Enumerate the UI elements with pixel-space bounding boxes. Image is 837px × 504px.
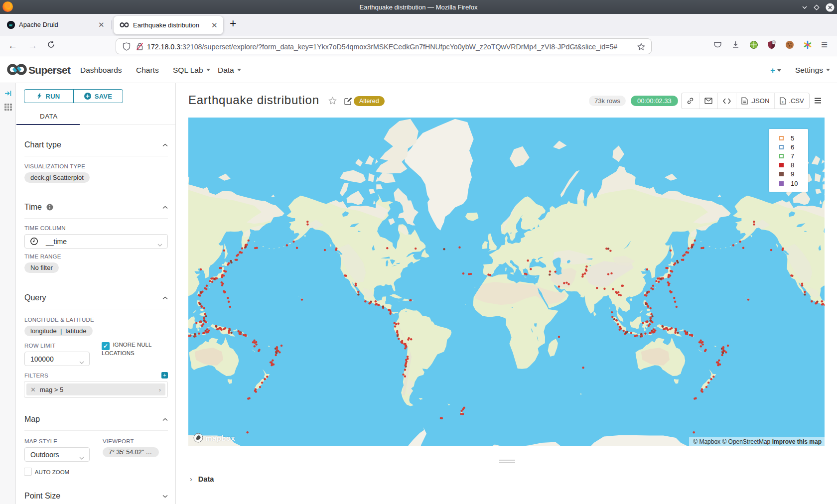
svg-text:x: x bbox=[782, 100, 784, 104]
svg-text:2: 2 bbox=[773, 41, 775, 44]
